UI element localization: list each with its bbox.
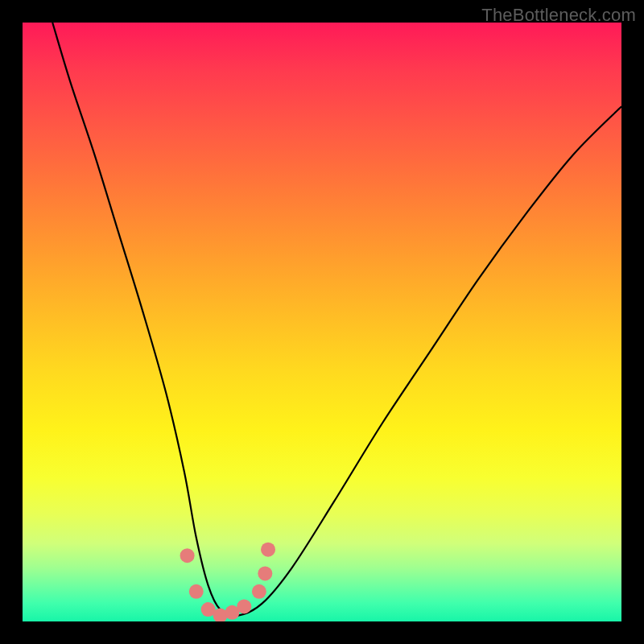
marker-dot <box>180 548 195 563</box>
marker-layer <box>23 23 621 621</box>
optimal-range-dots <box>180 543 275 621</box>
watermark-text: TheBottleneck.com <box>481 5 636 26</box>
marker-dot <box>189 584 204 599</box>
chart-frame: TheBottleneck.com <box>0 0 644 644</box>
marker-dot <box>261 543 275 557</box>
marker-dot <box>252 584 266 599</box>
marker-dot <box>237 599 251 613</box>
plot-area <box>23 23 621 621</box>
marker-dot <box>258 566 272 580</box>
